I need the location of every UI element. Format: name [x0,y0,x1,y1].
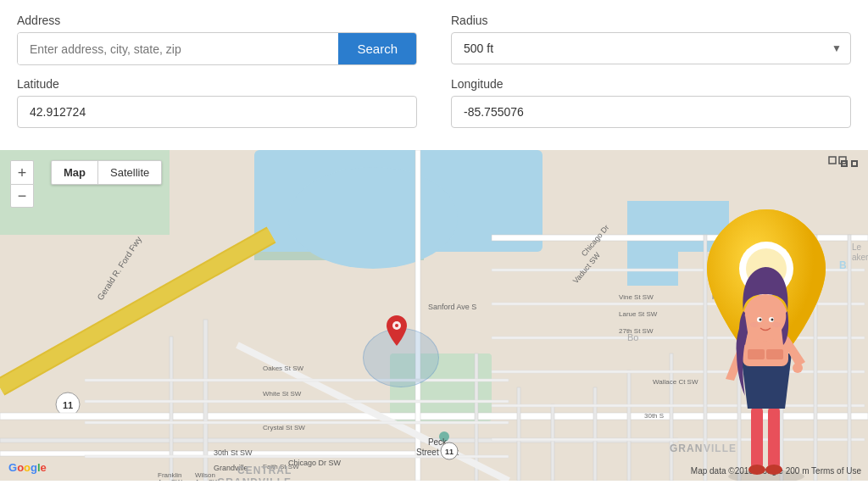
svg-rect-84 [852,161,857,166]
latitude-field-group: Latitude [17,77,417,128]
svg-text:Bo: Bo [627,332,638,342]
radius-label: Radius [451,14,851,27]
character-illustration [690,192,843,481]
svg-text:aker: aker [852,253,868,262]
map-type-satellite-button[interactable]: Satellite [98,161,161,184]
svg-rect-16 [170,337,173,481]
svg-rect-88 [751,406,763,470]
svg-rect-89 [768,406,780,470]
svg-rect-102 [766,349,783,359]
svg-text:Crystal St SW: Crystal St SW [263,424,305,431]
svg-point-82 [395,324,398,327]
longitude-field-group: Longitude [451,77,851,128]
svg-text:Ave SW: Ave SW [158,478,182,481]
radius-select-wrapper: 100 ft 250 ft 500 ft 1000 ft 1 mile 5 mi… [451,32,851,64]
radius-field-group: Radius 100 ft 250 ft 500 ft 1000 ft 1 mi… [451,14,851,65]
svg-text:Sanford Ave S: Sanford Ave S [428,303,476,311]
svg-text:Ave SW: Ave SW [195,478,220,481]
zoom-out-button[interactable]: − [10,184,34,208]
address-field-group: Address Search [17,14,417,65]
zoom-controls: + − [10,160,34,208]
address-input[interactable] [18,33,338,64]
svg-rect-37 [848,235,851,481]
svg-point-93 [793,363,803,373]
map-type-map-button[interactable]: Map [52,161,97,184]
form-section: Address Search Radius 100 ft 250 ft 500 … [0,0,868,150]
svg-rect-19 [551,404,554,481]
svg-point-7 [288,167,458,269]
svg-rect-18 [517,387,520,481]
svg-point-94 [743,294,787,342]
svg-rect-24 [85,400,509,403]
latitude-label: Latitude [17,77,417,91]
svg-text:Le: Le [852,242,862,252]
map-container: 11 [0,150,868,481]
svg-rect-21 [627,370,631,481]
svg-rect-20 [593,387,597,481]
svg-text:30th S: 30th S [644,412,664,420]
svg-text:Vine St SW: Vine St SW [619,293,654,301]
map-type-controls: Map Satellite [51,160,162,185]
row-address-radius: Address Search Radius 100 ft 250 ft 500 … [17,14,851,65]
svg-point-100 [772,322,781,327]
radius-select[interactable]: 100 ft 250 ft 500 ft 1000 ft 1 mile 5 mi… [452,33,850,64]
row-lat-lon: Latitude Longitude [17,77,851,128]
svg-rect-83 [842,161,847,166]
latitude-input[interactable] [17,96,417,128]
svg-point-97 [760,319,762,321]
svg-text:GRANDVILLE: GRANDVILLE [217,476,292,481]
address-input-wrapper: Search [17,32,417,65]
svg-text:Larue St SW: Larue St SW [619,310,658,318]
svg-rect-23 [85,379,509,381]
longitude-label: Longitude [451,77,851,91]
svg-text:11: 11 [63,400,73,410]
svg-text:White St SW: White St SW [263,390,302,398]
google-logo: Google [8,461,47,474]
search-button[interactable]: Search [338,33,416,64]
map-pin [387,315,407,349]
svg-point-90 [748,465,765,475]
svg-text:Oakes St SW: Oakes St SW [263,365,303,372]
svg-text:30th St SW: 30th St SW [214,448,253,457]
longitude-input[interactable] [451,96,851,128]
svg-text:11: 11 [445,448,453,456]
svg-text:CENTRAL: CENTRAL [237,465,292,476]
fullscreen-icon[interactable] [841,160,858,177]
app-container: Address Search Radius 100 ft 250 ft 500 … [0,0,868,481]
zoom-in-button[interactable]: + [10,160,34,184]
svg-rect-101 [748,349,765,359]
address-label: Address [17,14,417,27]
svg-point-99 [750,322,759,327]
svg-point-91 [765,465,782,475]
svg-point-98 [771,319,774,321]
